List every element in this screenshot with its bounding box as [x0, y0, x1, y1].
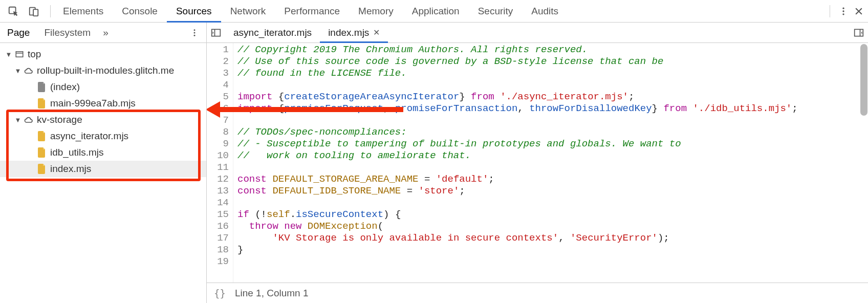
svg-rect-2	[33, 9, 38, 16]
svg-point-7	[194, 32, 196, 33]
main-tab-application[interactable]: Application	[403, 0, 469, 22]
main-tab-security[interactable]: Security	[469, 0, 523, 22]
js-file-icon	[37, 164, 47, 174]
tree-label: kv-storage	[37, 114, 82, 125]
sidebar-menu-icon[interactable]	[183, 28, 206, 37]
separator	[830, 5, 830, 17]
separator	[50, 5, 51, 17]
devtools-toolbar: ElementsConsoleSourcesNetworkPerformance…	[0, 0, 868, 23]
device-toolbar-icon[interactable]	[25, 2, 43, 20]
code-line: // Copyright 2019 The Chromium Authors. …	[237, 44, 868, 56]
frame-icon	[14, 49, 25, 59]
tree-file[interactable]: main-999ea7ab.mjs	[0, 95, 206, 112]
code-line: if (!self.isSecureContext) {	[237, 209, 868, 221]
svg-rect-9	[16, 52, 23, 57]
code-line: 'KV Storage is only available in secure …	[237, 232, 868, 244]
main-area: PageFilesystem » ▼ top ▼ rollup-built-in…	[0, 23, 868, 303]
close-devtools-icon[interactable]	[854, 6, 864, 16]
tree-label: rollup-built-in-modules.glitch.me	[37, 65, 174, 76]
line-gutter: 12345678910111213141516171819	[207, 43, 233, 283]
sidebar-tab-page[interactable]: Page	[0, 23, 37, 42]
navigator-sidebar: PageFilesystem » ▼ top ▼ rollup-built-in…	[0, 23, 207, 303]
toolbar-right-icons	[827, 5, 868, 17]
svg-point-6	[194, 29, 196, 31]
code-line: const DEFAULT_IDB_STORE_NAME = 'store';	[237, 185, 868, 197]
code-line: import {createStorageAreaAsyncIterator} …	[237, 91, 868, 103]
code-line: // - Susceptible to tampering of built-i…	[237, 138, 868, 150]
toolbar-left-icons	[0, 2, 47, 20]
code-line	[237, 197, 868, 209]
code-line: // Use of this source code is governed b…	[237, 56, 868, 68]
svg-point-8	[194, 34, 196, 36]
main-tab-sources[interactable]: Sources	[167, 0, 221, 22]
tree-file[interactable]: (index)	[0, 79, 206, 95]
main-tab-console[interactable]: Console	[113, 0, 167, 22]
pretty-print-icon[interactable]: {}	[214, 288, 226, 299]
tree-label: async_iterator.mjs	[50, 131, 128, 142]
editor-column: async_iterator.mjsindex.mjs✕ 12345678910…	[207, 23, 868, 303]
tree-file[interactable]: async_iterator.mjs	[0, 128, 206, 144]
code-line: // found in the LICENSE file.	[237, 68, 868, 79]
document-icon	[37, 82, 47, 92]
tree-file[interactable]: idb_utils.mjs	[0, 144, 206, 161]
code-line	[237, 256, 868, 268]
sidebar-tab-filesystem[interactable]: Filesystem	[37, 23, 98, 42]
tree-label: index.mjs	[50, 163, 91, 175]
svg-point-5	[842, 13, 844, 15]
main-tab-memory[interactable]: Memory	[349, 0, 403, 22]
code-content[interactable]: // Copyright 2019 The Chromium Authors. …	[233, 43, 868, 283]
cursor-position: Line 1, Column 1	[235, 288, 309, 299]
js-file-icon	[37, 131, 47, 141]
main-tab-elements[interactable]: Elements	[54, 0, 113, 22]
toggle-navigator-icon[interactable]	[207, 28, 225, 37]
status-bar: {} Line 1, Column 1	[207, 283, 868, 303]
tree-label: (index)	[50, 81, 80, 93]
editor-tab[interactable]: async_iterator.mjs	[225, 23, 320, 42]
file-tree: ▼ top ▼ rollup-built-in-modules.glitch.m…	[0, 43, 206, 303]
code-line: throw new DOMException(	[237, 221, 868, 232]
scrollbar-thumb[interactable]	[860, 44, 867, 116]
code-line	[237, 79, 868, 91]
main-tab-audits[interactable]: Audits	[522, 0, 568, 22]
code-line: import {promiseForRequest, promiseForTra…	[237, 103, 868, 115]
cloud-icon	[24, 115, 34, 125]
tree-label: top	[28, 49, 41, 60]
code-line: }	[237, 244, 868, 256]
code-area: 12345678910111213141516171819 // Copyrig…	[207, 43, 868, 283]
editor-tab-label: index.mjs	[328, 27, 369, 38]
close-tab-icon[interactable]: ✕	[373, 28, 380, 37]
tree-label: idb_utils.mjs	[50, 147, 104, 158]
more-menu-icon[interactable]	[838, 6, 849, 16]
sidebar-header: PageFilesystem »	[0, 23, 206, 43]
code-line: const DEFAULT_STORAGE_AREA_NAME = 'defau…	[237, 174, 868, 185]
code-line	[237, 162, 868, 174]
tree-top[interactable]: ▼ top	[0, 46, 206, 62]
svg-point-4	[842, 10, 844, 12]
toggle-debugger-icon[interactable]	[850, 28, 868, 37]
js-file-icon	[37, 98, 47, 109]
code-line	[237, 115, 868, 126]
code-line: // TODOs/spec-noncompliances:	[237, 126, 868, 138]
tree-label: main-999ea7ab.mjs	[50, 98, 136, 109]
main-tab-performance[interactable]: Performance	[275, 0, 349, 22]
tree-kv[interactable]: ▼ kv-storage	[0, 112, 206, 128]
main-tab-network[interactable]: Network	[221, 0, 275, 22]
tree-domain[interactable]: ▼ rollup-built-in-modules.glitch.me	[0, 62, 206, 79]
more-tabs-icon[interactable]: »	[98, 27, 114, 38]
code-line: // work on tooling to ameliorate that.	[237, 150, 868, 162]
main-tabs: ElementsConsoleSourcesNetworkPerformance…	[54, 0, 568, 22]
editor-tab-label: async_iterator.mjs	[233, 27, 312, 38]
cloud-icon	[24, 66, 34, 76]
editor-tab[interactable]: index.mjs✕	[320, 23, 388, 42]
svg-point-3	[842, 7, 844, 9]
editor-tabs-row: async_iterator.mjsindex.mjs✕	[207, 23, 868, 43]
inspect-element-icon[interactable]	[4, 2, 23, 20]
js-file-icon	[37, 147, 47, 158]
tree-file[interactable]: index.mjs	[0, 161, 206, 177]
